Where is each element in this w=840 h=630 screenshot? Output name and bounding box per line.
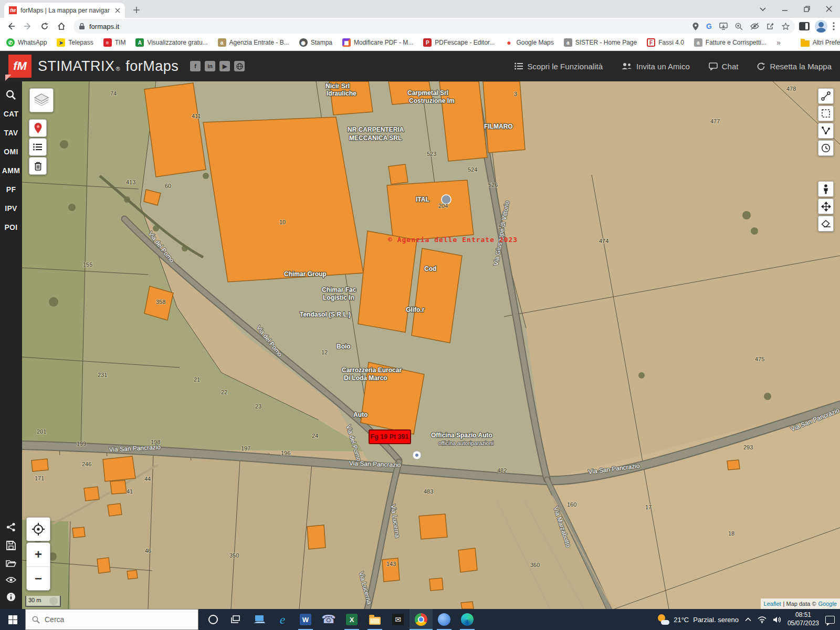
facebook-icon[interactable]: f — [190, 61, 201, 71]
taskbar-search[interactable]: Cerca — [25, 609, 198, 630]
chrome-icon[interactable] — [410, 609, 433, 630]
sidebar-item-ipv[interactable]: IPV — [5, 204, 17, 213]
star-icon[interactable] — [782, 23, 790, 30]
word-icon[interactable]: W — [294, 609, 317, 630]
tab-close-icon[interactable] — [115, 8, 120, 13]
menu-scopri-funzionalita[interactable]: Scopri le Funzionalità — [514, 62, 603, 71]
highlighted-parcel[interactable]: Fg 19 Pt 391 — [369, 430, 411, 444]
bookmark-visualizzatore[interactable]: AVisualizzatore gratu... — [135, 38, 207, 47]
pegman-button[interactable] — [818, 181, 834, 197]
bookmark-modificare-pdf[interactable]: ▦Modificare PDF - M... — [342, 38, 413, 47]
side-panel-icon[interactable] — [799, 22, 810, 30]
sidebar-item-poi[interactable]: POI — [4, 223, 17, 232]
remote-desktop-icon[interactable] — [248, 609, 271, 630]
install-icon[interactable] — [719, 23, 728, 30]
window-restore-button[interactable] — [796, 0, 818, 18]
formaps-logo[interactable]: fM — [8, 55, 32, 78]
menu-chat[interactable]: Chat — [709, 62, 739, 71]
file-explorer-icon[interactable] — [363, 609, 386, 630]
measure-angle-button[interactable] — [818, 123, 834, 139]
cortana-icon[interactable] — [202, 609, 225, 630]
leaflet-link[interactable]: Leaflet — [764, 601, 781, 607]
new-tab-button[interactable] — [129, 3, 144, 17]
parcel-label: 44 — [144, 476, 151, 482]
sidebar-item-cat[interactable]: CAT — [4, 110, 19, 118]
window-chevron-icon[interactable] — [752, 0, 774, 18]
window-close-button[interactable] — [818, 0, 840, 18]
start-button[interactable] — [0, 609, 25, 630]
info-icon[interactable] — [6, 592, 16, 602]
excel-icon[interactable]: X — [340, 609, 363, 630]
other-favorites[interactable]: Altri Preferiti — [801, 39, 840, 47]
google-g-icon[interactable]: G — [706, 22, 712, 30]
tray-expand-icon[interactable] — [745, 617, 751, 622]
menu-resetta-mappa[interactable]: Resetta la Mappa — [757, 62, 832, 71]
profile-avatar[interactable] — [815, 20, 827, 33]
parcel-label: 22 — [221, 389, 227, 395]
linkedin-icon[interactable]: in — [205, 61, 215, 71]
eye-icon[interactable] — [6, 576, 16, 583]
measure-path-button[interactable] — [818, 88, 834, 104]
bookmark-stampa[interactable]: ◉Stampa — [299, 38, 332, 47]
select-area-button[interactable] — [818, 106, 834, 121]
map-canvas[interactable]: 74 411 413 60 10 12 155 358 231 21 22 23… — [22, 81, 840, 609]
bookmarks-overflow-icon[interactable]: » — [776, 38, 781, 47]
map-tools — [818, 88, 834, 233]
pan-button[interactable] — [818, 198, 834, 214]
search-icon[interactable] — [6, 90, 16, 100]
open-folder-icon[interactable] — [6, 559, 16, 568]
save-icon[interactable] — [6, 541, 16, 550]
address-bar[interactable]: formaps.it G — [74, 19, 795, 34]
bookmark-fassi[interactable]: FFassi 4.0 — [647, 38, 684, 47]
wifi-icon[interactable] — [758, 616, 766, 623]
sidebar-item-amm[interactable]: AMM — [2, 166, 20, 175]
zoom-out-button[interactable]: − — [27, 567, 50, 591]
browser-menu-icon[interactable] — [833, 22, 835, 30]
trash-button[interactable] — [29, 157, 47, 175]
blue-app-icon[interactable] — [433, 609, 456, 630]
zoom-in-button[interactable]: + — [27, 543, 50, 567]
bookmark-agenzia-entrate[interactable]: aAgenzia Entrate - B... — [218, 38, 289, 47]
sidebar-item-tav[interactable]: TAV — [4, 129, 18, 137]
forward-icon[interactable] — [20, 19, 36, 34]
marker-button[interactable] — [29, 119, 47, 137]
share-icon[interactable] — [766, 23, 774, 30]
bookmark-google-maps[interactable]: ●Google Maps — [505, 38, 553, 47]
sidebar-item-pf[interactable]: PF — [6, 185, 16, 194]
locate-button[interactable] — [26, 517, 50, 541]
zoom-icon[interactable] — [735, 23, 743, 30]
task-view-icon[interactable] — [225, 609, 248, 630]
back-icon[interactable] — [3, 19, 19, 34]
bookmark-fatture[interactable]: aFatture e Corrispetti... — [694, 38, 766, 47]
agenzia-entrate-watermark: © Agenzia delle Entrate 2023 — [388, 236, 518, 244]
reload-icon[interactable] — [37, 19, 52, 34]
menu-invita-amico[interactable]: Invita un Amico — [622, 62, 690, 71]
bookmark-tim[interactable]: ≡TIM — [103, 38, 126, 47]
list-button[interactable] — [29, 138, 47, 156]
layers-button[interactable] — [29, 88, 54, 112]
mail-app-icon[interactable]: ✉ — [386, 609, 410, 630]
bookmark-whatsapp[interactable]: ✆WhatsApp — [6, 38, 47, 47]
eye-off-icon[interactable] — [750, 23, 759, 30]
browser-tab[interactable]: fM forMaps | La mappa per navigar — [4, 3, 125, 18]
window-minimize-button[interactable] — [774, 0, 796, 18]
bookmark-telepass[interactable]: ➤Telepass — [57, 38, 93, 47]
weather-widget[interactable]: 21°C Parzial. sereno — [657, 614, 739, 625]
volume-icon[interactable] — [773, 616, 781, 623]
internet-explorer-icon[interactable]: e — [271, 609, 294, 630]
google-link[interactable]: Google — [818, 601, 837, 607]
notification-center-icon[interactable] — [825, 616, 835, 624]
sidebar-item-omi[interactable]: OMI — [4, 148, 18, 156]
edge-icon[interactable] — [456, 609, 479, 630]
history-button[interactable] — [818, 140, 834, 156]
youtube-icon[interactable]: ▶ — [219, 61, 230, 71]
location-pin-icon[interactable] — [692, 23, 699, 30]
phone-dialer-icon[interactable]: ☎ — [317, 609, 340, 630]
bookmark-pdfescape[interactable]: PPDFescape - Editor... — [423, 38, 495, 47]
share-icon[interactable] — [6, 522, 16, 532]
bookmark-sister[interactable]: aSISTER - Home Page — [564, 38, 637, 47]
taskbar-clock[interactable]: 08:51 05/07/2023 — [788, 611, 819, 627]
eraser-button[interactable] — [818, 216, 834, 232]
home-icon[interactable] — [54, 19, 69, 34]
website-globe-icon[interactable] — [234, 61, 245, 71]
